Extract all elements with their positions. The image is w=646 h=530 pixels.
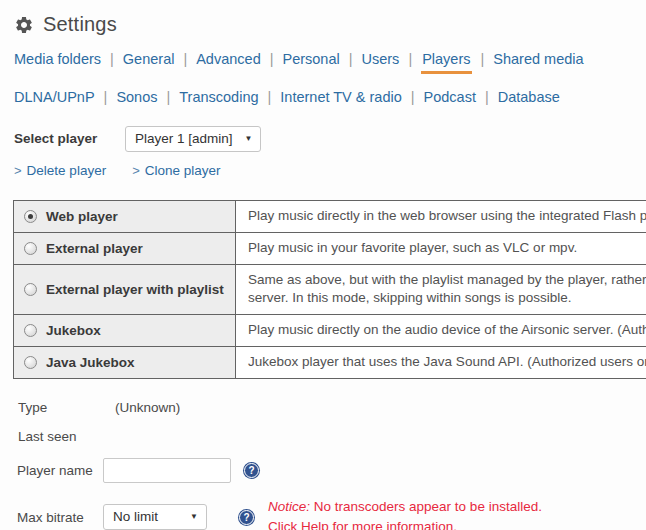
type-label: Type <box>18 400 115 415</box>
table-row: Jukebox Play music directly on the audio… <box>14 315 646 347</box>
nav-database[interactable]: Database <box>498 89 560 105</box>
table-row: External player Play music in your favor… <box>14 232 646 264</box>
nav-separator: | <box>270 51 274 67</box>
select-player-label: Select player <box>14 131 125 146</box>
clone-player-link[interactable]: >Clone player <box>132 163 220 178</box>
nav-transcoding[interactable]: Transcoding <box>179 89 258 105</box>
max-bitrate-dropdown[interactable]: No limit ▼ <box>103 504 207 530</box>
nav-podcast[interactable]: Podcast <box>424 89 476 105</box>
gear-icon <box>14 15 34 35</box>
nav-shared-media[interactable]: Shared media <box>493 51 583 67</box>
type-value: (Unknown) <box>115 400 180 415</box>
player-actions-row: >Delete player>Clone player <box>14 163 646 178</box>
jukebox-radio[interactable] <box>24 324 37 337</box>
player-select-value: Player 1 [admin] <box>135 131 233 146</box>
page-title: Settings <box>43 13 117 36</box>
nav-users[interactable]: Users <box>362 51 400 67</box>
notice-line-2: Click Help for more information. <box>268 517 542 530</box>
help-icon[interactable]: ? <box>244 463 259 478</box>
player-type-label: Java Jukebox <box>46 355 135 370</box>
player-type-label: External player <box>46 241 143 256</box>
nav-advanced[interactable]: Advanced <box>196 51 261 67</box>
nav-separator: | <box>481 51 485 67</box>
dropdown-arrow-icon: ▼ <box>245 134 253 143</box>
last-seen-label: Last seen <box>18 429 115 444</box>
chevron-right-icon: > <box>132 163 140 178</box>
external-player-radio[interactable] <box>24 242 37 255</box>
player-settings-form: Player name ? Max bitrate No limit ▼ ? N… <box>17 458 646 530</box>
player-type-description: Play music directly in the web browser u… <box>236 200 646 232</box>
nav-separator: | <box>411 89 415 105</box>
nav-separator: | <box>408 51 412 67</box>
player-type-description: Play music directly on the audio device … <box>236 315 646 347</box>
transcoder-notice: Notice: No transcoders appear to be inst… <box>268 497 542 530</box>
delete-player-link[interactable]: >Delete player <box>14 163 106 178</box>
nav-players-active[interactable]: Players <box>421 51 471 74</box>
select-player-row: Select player Player 1 [admin] ▼ <box>14 126 646 152</box>
player-type-description: Jukebox player that uses the Java Sound … <box>236 347 646 379</box>
max-bitrate-row: Max bitrate No limit ▼ ? Notice: No tran… <box>17 497 646 530</box>
external-player-playlist-radio[interactable] <box>24 283 37 296</box>
nav-general[interactable]: General <box>123 51 175 67</box>
help-icon[interactable]: ? <box>239 510 254 525</box>
chevron-right-icon: > <box>14 163 22 178</box>
player-type-label: Jukebox <box>46 323 101 338</box>
nav-media-folders[interactable]: Media folders <box>14 51 101 67</box>
nav-personal[interactable]: Personal <box>282 51 339 67</box>
max-bitrate-label: Max bitrate <box>17 510 103 525</box>
nav-separator: | <box>110 51 114 67</box>
page-header: Settings <box>0 0 646 36</box>
table-row: External player with playlist Same as ab… <box>14 264 646 315</box>
nav-sonos[interactable]: Sonos <box>116 89 157 105</box>
nav-separator: | <box>104 89 108 105</box>
player-type-label: Web player <box>46 209 118 224</box>
player-type-label: External player with playlist <box>46 282 224 297</box>
player-type-description: Same as above, but with the playlist man… <box>236 264 646 315</box>
nav-separator: | <box>167 89 171 105</box>
player-technology-table: Web player Play music directly in the we… <box>13 200 646 379</box>
table-row: Java Jukebox Jukebox player that uses th… <box>14 347 646 379</box>
nav-separator: | <box>268 89 272 105</box>
last-seen-row: Last seen <box>18 429 646 444</box>
java-jukebox-radio[interactable] <box>24 356 37 369</box>
player-name-row: Player name ? <box>17 458 646 483</box>
nav-dlna-upnp[interactable]: DLNA/UPnP <box>14 89 95 105</box>
nav-separator: | <box>485 89 489 105</box>
player-name-label: Player name <box>17 463 103 478</box>
player-details: Type (Unknown) Last seen <box>18 400 646 444</box>
player-select-dropdown[interactable]: Player 1 [admin] ▼ <box>125 126 261 152</box>
nav-internet-tv-radio[interactable]: Internet TV & radio <box>280 89 401 105</box>
nav-separator: | <box>349 51 353 67</box>
type-row: Type (Unknown) <box>18 400 646 415</box>
nav-separator: | <box>183 51 187 67</box>
player-name-input[interactable] <box>103 458 231 483</box>
table-row: Web player Play music directly in the we… <box>14 200 646 232</box>
web-player-radio[interactable] <box>24 210 37 223</box>
settings-nav-row1: Media folders|General|Advanced|Personal|… <box>14 51 646 74</box>
max-bitrate-value: No limit <box>113 509 158 524</box>
dropdown-arrow-icon: ▼ <box>190 512 198 521</box>
player-type-description: Play music in your favorite player, such… <box>236 232 646 264</box>
settings-nav-row2: DLNA/UPnP|Sonos|Transcoding|Internet TV … <box>14 89 646 106</box>
notice-line-1: Notice: No transcoders appear to be inst… <box>268 497 542 517</box>
